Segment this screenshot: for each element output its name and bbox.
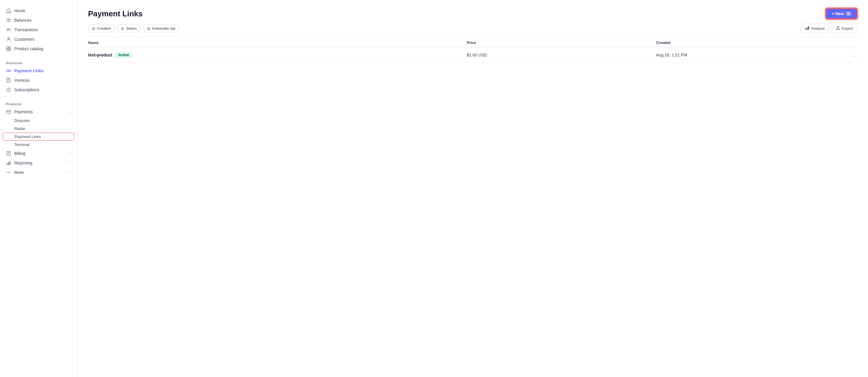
analyze-button[interactable]: Analyze <box>801 24 829 33</box>
sidebar-item-customers[interactable]: Customers <box>0 34 77 44</box>
product-catalog-icon <box>6 46 11 52</box>
svg-rect-19 <box>9 161 10 165</box>
svg-rect-7 <box>9 49 11 51</box>
svg-rect-17 <box>6 163 7 165</box>
actions-right: Analyze Export <box>801 24 857 33</box>
sidebar-item-product-catalog[interactable]: Product catalog <box>0 44 77 54</box>
shortcuts-label: Shortcuts <box>0 59 77 66</box>
sidebar-main-nav: Home Balances Transactions Customers Pro… <box>0 5 77 55</box>
new-button[interactable]: + New N <box>826 8 857 19</box>
cell-created: Aug 16, 1:21 PM <box>656 53 846 57</box>
sidebar-item-reporting[interactable]: Reporting ⌃ <box>0 158 77 168</box>
page-header: Payment Links + New N <box>78 0 868 19</box>
sidebar-item-transactions[interactable]: Transactions <box>0 25 77 34</box>
sidebar-shortcuts-section: Shortcuts Payment Links Invoices Subscri… <box>0 58 77 96</box>
svg-point-3 <box>8 37 9 39</box>
svg-point-20 <box>7 172 8 173</box>
page-title: Payment Links <box>88 9 143 19</box>
cell-price: $1.00 USD <box>467 53 656 57</box>
svg-rect-23 <box>805 28 806 30</box>
filter-automatic-tax[interactable]: ⊕ Automatic tax <box>143 24 179 33</box>
svg-point-2 <box>8 19 9 20</box>
main-content: Payment Links + New N ⊕ Created ⊕ Status… <box>78 0 868 377</box>
filter-status-plus-icon: ⊕ <box>121 26 124 31</box>
filter-status[interactable]: ⊕ Status <box>117 24 141 33</box>
new-button-kbd: N <box>846 11 851 16</box>
analyze-chart-icon <box>805 26 809 31</box>
export-button[interactable]: Export <box>831 24 857 33</box>
payment-links-icon <box>6 68 11 73</box>
sidebar-item-subscriptions[interactable]: Subscriptions <box>0 85 77 95</box>
sidebar-item-payment-links[interactable]: Payment Links <box>0 66 77 75</box>
col-created: Created <box>656 40 846 45</box>
sidebar-sub-item-terminal[interactable]: Terminal <box>0 140 77 149</box>
invoices-icon <box>6 77 11 83</box>
svg-rect-1 <box>6 21 11 22</box>
svg-rect-6 <box>6 49 8 51</box>
filter-created[interactable]: ⊕ Created <box>88 24 115 33</box>
subscriptions-icon <box>6 87 11 92</box>
filter-automatic-tax-plus-icon: ⊕ <box>147 26 151 31</box>
more-icon <box>6 170 11 175</box>
table-header: Name Price Created <box>88 37 857 48</box>
sidebar-sub-item-radar[interactable]: Radar <box>0 125 77 133</box>
col-name: Name <box>88 40 467 45</box>
svg-point-22 <box>10 172 11 173</box>
reporting-icon <box>6 160 11 166</box>
table-area: Name Price Created test-product Active $… <box>78 37 868 62</box>
sidebar-item-payments[interactable]: Payments ⌄ <box>0 107 77 117</box>
products-label: Products <box>0 100 77 107</box>
svg-rect-11 <box>6 110 11 113</box>
row-more-button[interactable]: … <box>845 52 857 58</box>
home-icon <box>6 8 11 13</box>
balances-icon <box>6 18 11 23</box>
filter-created-plus-icon: ⊕ <box>92 26 95 31</box>
svg-rect-4 <box>6 47 8 49</box>
col-price: Price <box>467 40 656 45</box>
sidebar-sub-item-disputes[interactable]: Disputes <box>0 117 77 125</box>
billing-icon <box>6 151 11 156</box>
sidebar-item-more[interactable]: More ⌃ <box>0 168 77 177</box>
sidebar-products-section: Products Payments ⌄ Disputes Radar Payme… <box>0 99 77 178</box>
payments-icon <box>6 109 11 115</box>
billing-chevron-icon: ⌃ <box>68 151 71 156</box>
export-icon <box>836 26 840 31</box>
more-chevron-icon: ⌃ <box>68 170 71 175</box>
filters-row: ⊕ Created ⊕ Status ⊕ Automatic tax Analy… <box>78 19 868 37</box>
svg-point-21 <box>8 172 9 173</box>
svg-rect-24 <box>807 27 808 30</box>
new-button-label: + New <box>832 11 844 16</box>
svg-rect-18 <box>8 162 9 165</box>
col-actions <box>845 40 857 45</box>
status-badge: Active <box>116 52 132 58</box>
cell-name: test-product Active <box>88 52 467 58</box>
sidebar-item-billing[interactable]: Billing ⌃ <box>0 149 77 158</box>
sidebar: Home Balances Transactions Customers Pro… <box>0 0 78 377</box>
customers-icon <box>6 37 11 42</box>
svg-rect-5 <box>9 47 11 49</box>
reporting-chevron-icon: ⌃ <box>68 161 71 165</box>
table-row[interactable]: test-product Active $1.00 USD Aug 16, 1:… <box>88 48 857 62</box>
svg-rect-25 <box>808 26 809 30</box>
payments-chevron-icon: ⌄ <box>68 110 71 114</box>
sidebar-sub-item-payment-links[interactable]: Payment Links <box>3 133 74 140</box>
sidebar-item-home[interactable]: Home <box>0 6 77 15</box>
sidebar-item-balances[interactable]: Balances <box>0 15 77 25</box>
sidebar-item-invoices[interactable]: Invoices <box>0 75 77 85</box>
transactions-icon <box>6 27 11 32</box>
